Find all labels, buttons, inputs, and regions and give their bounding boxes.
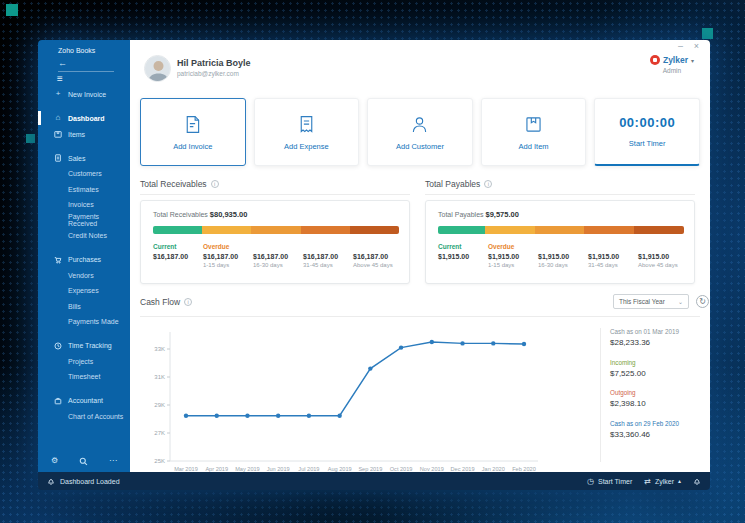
sidebar-item-payments-made[interactable]: Payments Made [38, 314, 130, 330]
deco-square [702, 28, 713, 39]
payables-card: Total Payables $9,575.00 Current $1,915.… [425, 200, 695, 284]
sidebar-item-bills[interactable]: Bills [38, 299, 130, 315]
svg-text:25K: 25K [154, 458, 165, 464]
sidebar-item-vendors[interactable]: Vendors [38, 268, 130, 284]
sidebar-item-items[interactable]: Items [38, 126, 130, 142]
deco-square [26, 134, 35, 143]
bell-icon[interactable] [693, 477, 701, 486]
clock-icon [54, 342, 62, 350]
svg-text:Dec 2019: Dec 2019 [451, 466, 475, 472]
statusbar-start-timer[interactable]: ◷ Start Timer [587, 477, 632, 486]
main-content: – × Hil Patricia Boyle patriciab@zylker.… [130, 40, 710, 472]
add-customer-card[interactable]: Add Customer [367, 98, 473, 166]
receivables-total-amount: $80,935.00 [210, 210, 248, 219]
start-timer-button[interactable]: Start Timer [629, 139, 666, 148]
sidebar-item-customers[interactable]: Customers [38, 166, 130, 182]
info-icon[interactable]: i [211, 180, 219, 188]
aging-column: $16,187.00 31-45 days [303, 243, 353, 268]
invoice-icon [182, 114, 203, 135]
org-logo-icon [650, 55, 660, 65]
cash-opening-entry: Cash as on 01 Mar 2019 $28,233.36 [610, 328, 704, 347]
accountant-icon [54, 397, 62, 405]
svg-text:Jun 2019: Jun 2019 [267, 466, 290, 472]
home-icon: ⌂ [54, 114, 62, 122]
receivables-card: Total Receivables $80,935.00 Current $16… [140, 200, 410, 284]
cash-closing-entry[interactable]: Cash as on 29 Feb 2020 $33,360.46 [610, 420, 704, 439]
sidebar-item-invoices[interactable]: Invoices [38, 197, 130, 213]
svg-text:May 2019: May 2019 [235, 466, 260, 472]
status-bar: Dashboard Loaded ◷ Start Timer ⇄ Zylker … [38, 472, 710, 490]
sidebar-item-timesheet[interactable]: Timesheet [38, 369, 130, 385]
deco-square [6, 4, 18, 16]
box-icon [54, 130, 62, 138]
receivables-total-label: Total Receivables [153, 211, 208, 218]
info-icon[interactable]: i [484, 180, 492, 188]
svg-text:31K: 31K [154, 374, 165, 380]
aging-column: $16,187.00 Above 45 days [353, 243, 403, 268]
search-icon[interactable] [79, 457, 88, 466]
add-item-card[interactable]: Add Item [481, 98, 587, 166]
sidebar-section-time-tracking[interactable]: Time Tracking [38, 338, 130, 354]
svg-text:Sep 2019: Sep 2019 [358, 466, 382, 472]
minimize-icon[interactable]: – [678, 41, 683, 51]
org-name: Zylker [663, 55, 688, 65]
svg-text:27K: 27K [154, 430, 165, 436]
more-icon[interactable]: ⋯ [109, 456, 117, 466]
receipt-icon [296, 114, 317, 135]
add-invoice-card[interactable]: Add Invoice [140, 98, 246, 166]
org-switcher[interactable]: Zylker ▾ Admin [650, 55, 694, 74]
close-icon[interactable]: × [694, 41, 699, 51]
divider [425, 194, 695, 195]
svg-text:29K: 29K [154, 402, 165, 408]
aging-column: Overdue $1,915.00 1-15 days [488, 243, 538, 268]
payables-aging-bar [438, 226, 684, 234]
receivables-aging-bar [153, 226, 399, 234]
gear-icon[interactable]: ⚙ [51, 456, 58, 466]
svg-text:Nov 2019: Nov 2019 [420, 466, 444, 472]
fiscal-year-dropdown[interactable]: This Fiscal Year ⌄ [613, 294, 689, 309]
sidebar-item-payments-received[interactable]: Payments Received [38, 213, 130, 229]
cart-icon [54, 256, 62, 264]
switch-org-icon: ⇄ [644, 477, 651, 486]
person-icon [409, 114, 430, 135]
zoho-books-window: Zoho Books ← ≡ + New Invoice ⌂ Dashboard [38, 40, 710, 490]
sidebar-nav: + New Invoice ⌂ Dashboard Items [38, 86, 130, 424]
statusbar-org-switcher[interactable]: ⇄ Zylker ▴ [644, 477, 681, 486]
payables-heading: Total Payablesi [425, 179, 492, 189]
sidebar-item-estimates[interactable]: Estimates [38, 182, 130, 198]
svg-text:33K: 33K [154, 346, 165, 352]
app-brand: Zoho Books [58, 47, 95, 54]
chevron-down-icon: ⌄ [678, 298, 683, 305]
sidebar-item-credit-notes[interactable]: Credit Notes [38, 228, 130, 244]
sidebar-section-sales[interactable]: Sales [38, 150, 130, 166]
chevron-down-icon: ▾ [691, 57, 694, 64]
item-box-icon [523, 114, 544, 135]
timer-display: 00:00:00 [619, 115, 675, 130]
refresh-icon[interactable]: ↻ [696, 295, 709, 308]
sidebar-section-accountant[interactable]: Accountant [38, 393, 130, 409]
quick-actions-row: Add Invoice Add Expense Add Customer Add… [140, 98, 700, 166]
receivables-heading: Total Receivablesi [140, 179, 219, 189]
sidebar-item-new-invoice[interactable]: + New Invoice [38, 86, 130, 102]
chevron-up-icon: ▴ [678, 477, 681, 486]
avatar [144, 55, 171, 82]
payables-total-amount: $9,575.00 [485, 210, 518, 219]
sidebar-item-chart-of-accounts[interactable]: Chart of Accounts [38, 409, 130, 425]
sidebar-section-purchases[interactable]: Purchases [38, 252, 130, 268]
hamburger-menu-icon[interactable]: ≡ [57, 74, 63, 84]
info-icon[interactable]: i [184, 298, 192, 306]
aging-column: $1,915.00 16-30 days [538, 243, 588, 268]
sidebar-item-projects[interactable]: Projects [38, 354, 130, 370]
document-icon [54, 154, 62, 162]
sidebar-item-expenses[interactable]: Expenses [38, 283, 130, 299]
back-arrow-icon[interactable]: ← [58, 59, 67, 68]
desktop-backdrop: Zoho Books ← ≡ + New Invoice ⌂ Dashboard [0, 0, 745, 523]
sidebar-item-dashboard[interactable]: ⌂ Dashboard [38, 110, 130, 126]
aging-column: Current $16,187.00 [153, 243, 203, 268]
timer-card[interactable]: 00:00:00 Start Timer [594, 98, 700, 166]
cashflow-heading: Cash Flowi [140, 297, 192, 307]
aging-column: $1,915.00 Above 45 days [638, 243, 688, 268]
add-expense-card[interactable]: Add Expense [254, 98, 360, 166]
cash-outgoing-entry: Outgoing $2,398.10 [610, 389, 704, 408]
plus-icon: + [54, 90, 62, 98]
